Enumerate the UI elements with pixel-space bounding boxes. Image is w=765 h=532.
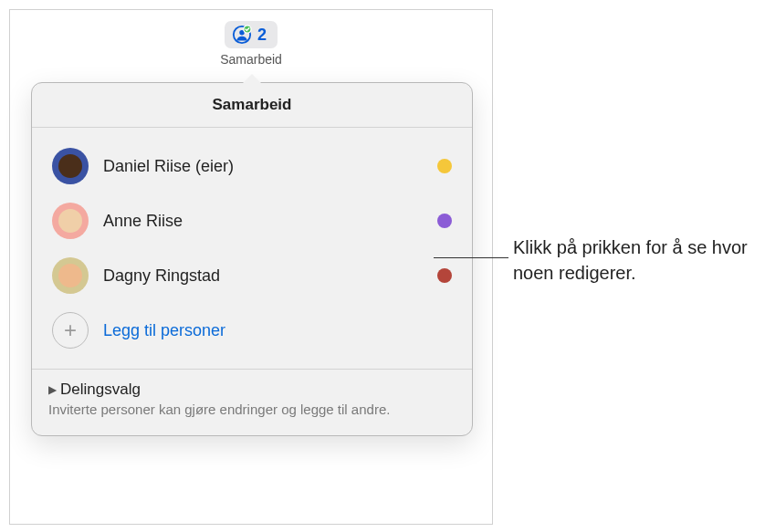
add-people-button[interactable]: + Legg til personer (47, 303, 457, 358)
person-name: Daniel Riise (eier) (103, 157, 423, 176)
person-row[interactable]: Dagny Ringstad (47, 248, 457, 303)
person-name: Anne Riise (103, 212, 423, 231)
people-list: Daniel Riise (eier) Anne Riise Dagny Rin… (32, 128, 472, 369)
avatar (52, 257, 89, 294)
sharing-options[interactable]: ▶ Delingsvalg Inviterte personer kan gjø… (32, 369, 472, 435)
avatar (52, 148, 89, 184)
collaborate-button[interactable]: 2 (225, 21, 278, 48)
app-window: 2 Samarbeid Samarbeid Daniel Riise (eier… (9, 9, 493, 525)
person-badge-icon (232, 25, 252, 45)
presence-dot[interactable] (437, 159, 452, 173)
avatar (52, 203, 89, 239)
person-row[interactable]: Anne Riise (47, 193, 457, 248)
plus-icon: + (52, 312, 89, 349)
collaborate-button-label: Samarbeid (10, 52, 492, 67)
presence-dot[interactable] (437, 214, 452, 228)
person-row[interactable]: Daniel Riise (eier) (47, 139, 457, 193)
sharing-options-title: Delingsvalg (60, 381, 141, 399)
presence-dot[interactable] (437, 268, 452, 283)
collaboration-popover: Samarbeid Daniel Riise (eier) Anne Riise (31, 82, 473, 436)
chevron-right-icon: ▶ (48, 383, 57, 396)
sharing-options-subtitle: Inviterte personer kan gjøre endringer o… (48, 401, 456, 419)
add-people-label: Legg til personer (103, 321, 225, 340)
callout-line (434, 257, 508, 258)
collaborator-count: 2 (257, 26, 267, 45)
person-name: Dagny Ringstad (103, 266, 423, 286)
toolbar: 2 Samarbeid (10, 10, 492, 67)
callout-text: Klikk på prikken for å se hvor noen redi… (513, 235, 750, 286)
popover-title: Samarbeid (32, 83, 472, 128)
